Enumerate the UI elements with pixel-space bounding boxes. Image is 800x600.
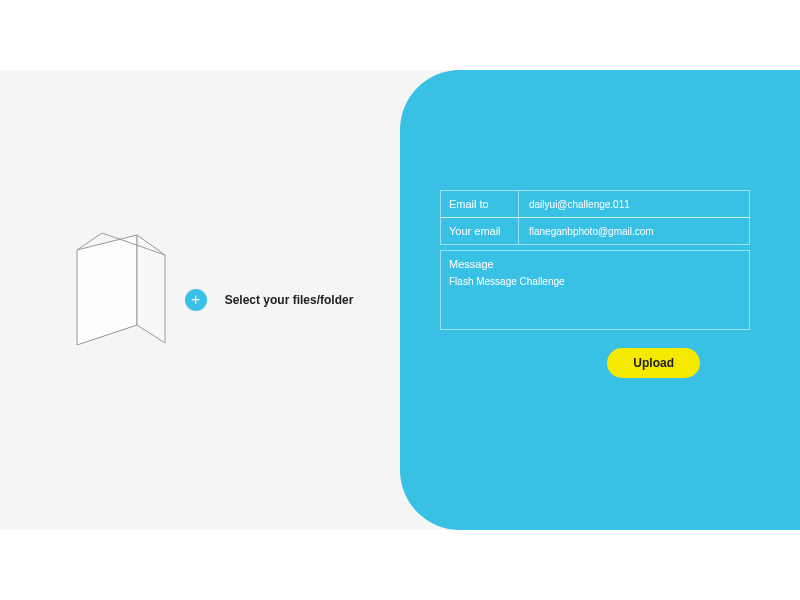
your-email-field[interactable]: [519, 219, 749, 244]
email-to-field[interactable]: [519, 192, 749, 217]
plus-icon: +: [191, 291, 200, 309]
right-panel: Email to Your email Message Upload: [400, 70, 800, 530]
select-files-label: Select your files/folder: [225, 293, 354, 307]
email-to-label: Email to: [441, 191, 519, 217]
svg-marker-0: [77, 235, 137, 345]
app-canvas: + Select your files/folder Email to Your…: [0, 70, 800, 530]
message-field[interactable]: [449, 276, 741, 298]
message-box: Message: [440, 250, 750, 330]
box-illustration: [47, 225, 167, 375]
file-select-area: + Select your files/folder: [47, 225, 354, 375]
upload-button[interactable]: Upload: [607, 348, 700, 378]
your-email-label: Your email: [441, 218, 519, 244]
message-label: Message: [449, 258, 741, 270]
add-files-button[interactable]: +: [185, 289, 207, 311]
left-panel: + Select your files/folder: [0, 70, 400, 530]
svg-marker-1: [137, 235, 165, 343]
cube-icon: [47, 225, 167, 375]
your-email-row: Your email: [440, 217, 750, 245]
email-to-row: Email to: [440, 190, 750, 218]
